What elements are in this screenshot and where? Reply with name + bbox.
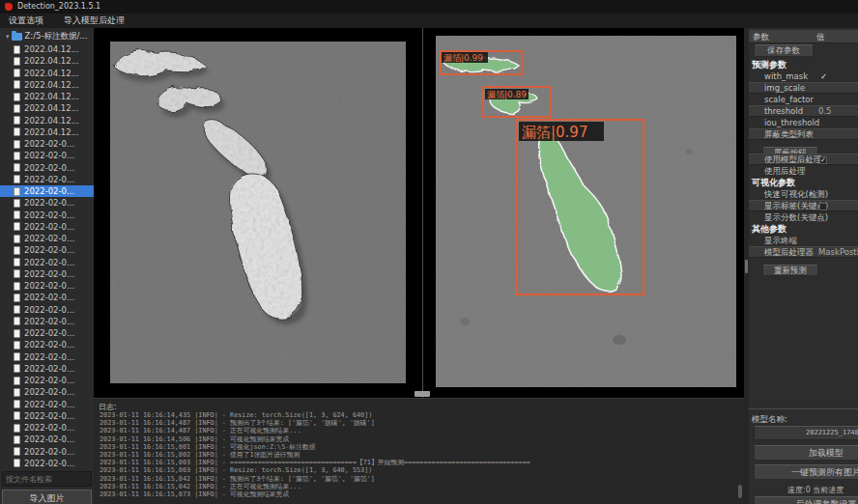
tree-item[interactable]: 2022.04.12...: [0, 79, 94, 91]
log-line: 2023-01-11 16:16:15,042 |INFO| - 正在可视化预测…: [100, 483, 530, 490]
scrollbar-thumb[interactable]: [745, 260, 748, 273]
viewport-splitter[interactable]: [422, 28, 423, 398]
log-line: 2023-01-11 16:16:15,001 |INFO| - 可视化json…: [100, 443, 530, 451]
param-row[interactable]: 显示终端: [749, 235, 858, 246]
tree-item-label: 2022-02-0...: [24, 400, 74, 409]
tree-item[interactable]: 2022-02-0...: [0, 150, 94, 161]
tree-item[interactable]: 2022.04.12...: [0, 91, 94, 102]
tree-item[interactable]: 2022-02-0...: [0, 351, 94, 363]
tree-item-label: 2022-02-0...: [24, 163, 74, 173]
save-params-button[interactable]: 保存参数: [754, 44, 814, 57]
file-tree: ▾ Z:/5-标注数据/... 2022.04.12...2022.04.12.…: [0, 30, 94, 470]
param-row[interactable]: with_mask✓: [749, 70, 858, 82]
param-row[interactable]: img_scale: [749, 82, 858, 94]
tree-item[interactable]: 2022-02-0...: [0, 197, 94, 209]
svg-text:漏箔|0.99: 漏箔|0.99: [443, 53, 483, 63]
tree-item[interactable]: 2022.04.12...: [0, 68, 94, 79]
right-image-viewer: 漏箔|0.99 漏箔|0.89 漏箔|0.97: [436, 36, 736, 387]
tree-item-label: 2022.04.12...: [24, 103, 79, 113]
tree-item[interactable]: 2022-02-0...: [0, 410, 94, 422]
tree-item[interactable]: 2022-02-0...: [0, 257, 94, 268]
caret-down-icon[interactable]: ▾: [6, 33, 10, 41]
progress-status: 速度:0 当前进度: [787, 485, 844, 495]
tree-item[interactable]: 2022-02-0...: [0, 327, 94, 339]
param-row[interactable]: 使用后处理: [749, 165, 858, 177]
tree-item[interactable]: 2022-02-0...: [0, 422, 94, 434]
tree-item[interactable]: 2022-02-0...: [0, 174, 94, 185]
tree-item[interactable]: 2022.04.12...: [0, 126, 94, 138]
tree-item[interactable]: 2022.04.12...: [0, 115, 94, 126]
tree-item[interactable]: 2022-02-0...: [0, 363, 94, 375]
tree-root-folder[interactable]: ▾ Z:/5-标注数据/...: [0, 30, 94, 43]
checkbox-unchecked[interactable]: [819, 203, 827, 210]
params-rows: 预测参数with_mask✓img_scalescale_factorthres…: [749, 59, 858, 271]
param-row[interactable]: 使用模型后处理✓: [749, 154, 858, 165]
tree-item[interactable]: 2022-02-0...: [0, 386, 94, 398]
tree-item-label: 2022.04.12...: [24, 44, 79, 54]
tree-item[interactable]: 2022-02-0...: [0, 138, 94, 150]
param-row[interactable]: threshold0.5: [749, 105, 858, 117]
load-model-button[interactable]: 加载模型: [754, 445, 858, 461]
model-name-field[interactable]: 20221225_174813: [754, 426, 858, 440]
param-row[interactable]: 屏蔽类型列表: [749, 128, 858, 140]
tree-item[interactable]: 2022-02-0...: [0, 434, 94, 445]
search-input[interactable]: [2, 471, 92, 487]
param-row[interactable]: 显示标签(关键点): [749, 200, 858, 211]
tree-item[interactable]: 2022-02-0...: [0, 399, 94, 410]
tree-item[interactable]: 2022.04.12...: [0, 102, 94, 114]
checkbox-checked[interactable]: ✓: [819, 156, 827, 164]
file-sidebar: ▾ Z:/5-标注数据/... 2022.04.12...2022.04.12.…: [0, 28, 94, 504]
param-row[interactable]: 模型后处理器MaskPostPro: [749, 246, 858, 258]
tree-item[interactable]: 2022-02-0...: [0, 458, 94, 469]
tree-item[interactable]: 2022-02-0...: [0, 446, 94, 458]
log-line: 2023-01-11 16:16:15,003 |INFO| - =======…: [100, 459, 530, 466]
param-row[interactable]: iou_threshold: [749, 117, 858, 128]
tree-item-label: 2022.04.12...: [24, 127, 79, 137]
file-icon: [14, 400, 20, 408]
param-row[interactable]: 快速可视化(检测): [749, 188, 858, 200]
param-label: 显示分数(关键点): [764, 212, 828, 222]
tree-item[interactable]: 2022-02-0...: [0, 304, 94, 316]
file-icon: [14, 352, 20, 361]
tree-item[interactable]: 2022-02-0...: [0, 292, 94, 303]
tree-item-label: 2022-02-0...: [24, 139, 74, 149]
tree-item[interactable]: 2022-02-0...: [0, 339, 94, 350]
tree-item[interactable]: 2022-02-0...: [0, 210, 94, 221]
params-header-name: 参数: [749, 30, 816, 42]
log-line: 2023-01-11 16:16:14,487 |INFO| - 正在可视化预测…: [100, 427, 530, 434]
tree-item[interactable]: 2022-02-0...: [0, 162, 94, 174]
file-icon: [14, 127, 20, 136]
tree-item[interactable]: 2022-02-0...: [0, 221, 94, 233]
tree-item[interactable]: 2022-02-0...: [0, 268, 94, 280]
app-icon: [5, 3, 13, 11]
file-icon: [14, 258, 20, 266]
log-line: 2023-01-11 16:16:14,435 |INFO| - Resize:…: [100, 411, 530, 419]
splitter-handle[interactable]: [415, 391, 430, 397]
tree-item-label: 2022-02-0...: [24, 258, 74, 267]
import-images-button[interactable]: 导入图片: [2, 490, 92, 504]
detection-label: 漏箔|0.97: [519, 122, 604, 141]
param-action-button[interactable]: 重新预测: [762, 265, 818, 276]
predict-all-button[interactable]: 一键预测所有图片: [754, 464, 858, 480]
tree-item[interactable]: 2022-02-0...: [0, 316, 94, 327]
tree-item[interactable]: 2022.04.12...: [0, 55, 94, 67]
tree-item-label: 2022-02-0...: [24, 434, 74, 444]
menu-item-import-postprocess[interactable]: 导入模型后处理: [55, 14, 133, 28]
detection-label: 漏箔|0.89: [485, 89, 529, 99]
tree-item[interactable]: 2022-02-0...: [0, 233, 94, 244]
tree-item[interactable]: 2022-02-0...: [0, 375, 94, 386]
postprocess-settings-button[interactable]: 后处理参数设置: [754, 496, 858, 504]
file-icon: [14, 45, 20, 54]
menu-item-settings[interactable]: 设置选项: [0, 14, 52, 28]
param-row[interactable]: 显示分数(关键点): [749, 211, 858, 223]
log-scrollbar[interactable]: [738, 485, 742, 498]
tree-item[interactable]: 2022.04.12...: [0, 43, 94, 55]
param-row[interactable]: scale_factor: [749, 94, 858, 105]
tree-item[interactable]: 2022-02-0...: [0, 185, 94, 197]
tree-item-label: 2022-02-0...: [24, 293, 74, 302]
file-icon: [14, 364, 20, 373]
tree-item[interactable]: 2022-02-0...: [0, 280, 94, 292]
file-icon: [14, 116, 20, 125]
check-icon[interactable]: ✓: [820, 70, 827, 82]
tree-item[interactable]: 2022-02-0...: [0, 244, 94, 256]
